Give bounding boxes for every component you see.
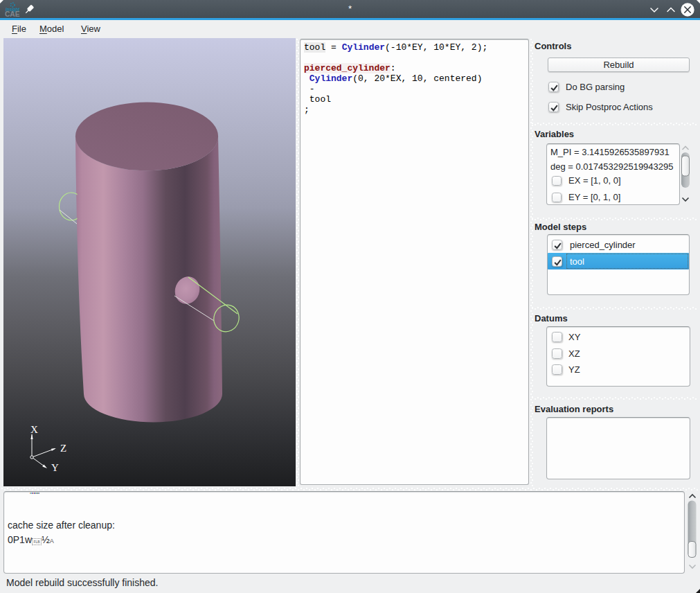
svg-text:X: X: [30, 424, 38, 435]
svg-text:Z: Z: [60, 443, 66, 454]
svg-text:CAE: CAE: [5, 10, 20, 18]
svg-text:Y: Y: [51, 462, 59, 473]
